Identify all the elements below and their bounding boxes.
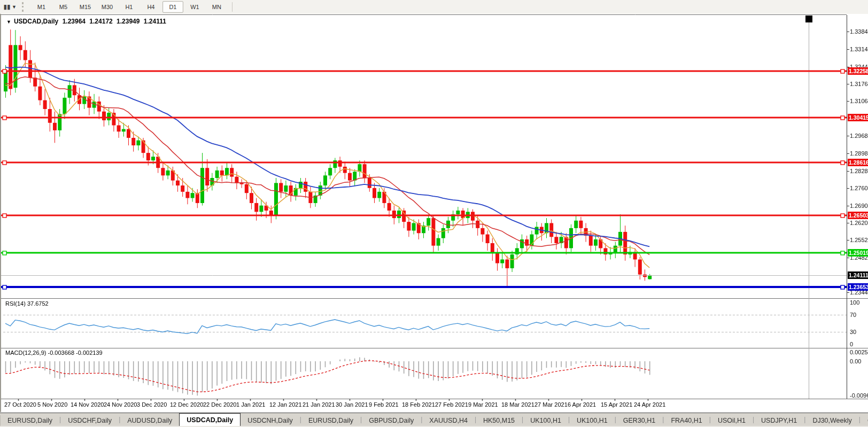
timeframe-button-w1[interactable]: W1 bbox=[184, 1, 205, 13]
price-level-label-1-25019[interactable]: 1.25019 bbox=[848, 249, 868, 257]
chart-symbol-label: USDCAD,Daily bbox=[14, 18, 58, 25]
chart-tab-audusd-daily[interactable]: AUDUSD,Daily bbox=[120, 415, 179, 426]
price-level-label-1-23653[interactable]: 1.23653 bbox=[848, 283, 868, 291]
date-axis-label: 12 Jan 2021 bbox=[269, 401, 302, 408]
price-axis-tick: 1.29680 bbox=[850, 133, 868, 139]
price-axis-tick: 1.26200 bbox=[850, 220, 868, 226]
date-axis-label: 27 Mar 2021 bbox=[534, 401, 568, 408]
macd-axis-label: -0.00968 bbox=[850, 392, 868, 399]
ohlc-low: 1.23949 bbox=[117, 18, 140, 25]
date-axis-label: 14 Nov 2020 bbox=[71, 401, 104, 408]
chart-tab-eurusd-daily[interactable]: EURUSD,Daily bbox=[301, 415, 360, 426]
timeframe-button-m5[interactable]: M5 bbox=[53, 1, 74, 13]
price-level-label-1-32258[interactable]: 1.32258 bbox=[848, 67, 868, 75]
timeframe-toolbar: ▮▮ ▼ M1M5M15M30H1H4D1W1MN bbox=[0, 0, 868, 14]
date-axis-label: 18 Mar 2021 bbox=[501, 401, 534, 408]
price-level-label-1-26503[interactable]: 1.26503 bbox=[848, 212, 868, 219]
timeframe-button-mn[interactable]: MN bbox=[206, 1, 227, 13]
date-axis-label: 15 Apr 2021 bbox=[601, 401, 632, 408]
ohlc-close: 1.24111 bbox=[144, 18, 166, 25]
price-axis-tick: 1.25520 bbox=[850, 237, 868, 243]
current-price-label: 1.24111 bbox=[848, 271, 868, 279]
ohlc-high: 1.24172 bbox=[89, 18, 112, 25]
chart-tab-gbpusd-daily[interactable]: GBPUSD,Daily bbox=[362, 415, 421, 426]
timeframe-button-h1[interactable]: H1 bbox=[119, 1, 140, 13]
date-axis-label: 30 Jan 2021 bbox=[336, 401, 368, 408]
date-axis-label: 3 Dec 2020 bbox=[137, 401, 167, 408]
chart-tab-eurusd-daily[interactable]: EURUSD,Daily bbox=[1, 415, 59, 426]
date-axis-label: 27 Feb 2021 bbox=[435, 401, 468, 408]
price-axis-tick: 1.26900 bbox=[850, 203, 868, 209]
chart-tab-ger30-h1[interactable]: GER30,H1 bbox=[616, 415, 662, 426]
rsi-axis-label: 30 bbox=[850, 329, 856, 335]
chart-tab-uk100-h1[interactable]: UK100,H1 bbox=[523, 415, 568, 426]
date-axis-label: 9 Mar 2021 bbox=[468, 401, 498, 408]
price-axis-tick: 1.28280 bbox=[850, 168, 868, 174]
timeframe-buttons-group: M1M5M15M30H1H4D1W1MN bbox=[30, 1, 228, 13]
toolbar-separator bbox=[232, 2, 232, 12]
rsi-axis-label: 100 bbox=[850, 299, 859, 306]
timeframe-button-m15[interactable]: M15 bbox=[75, 1, 96, 13]
chart-tab-china300-h1[interactable]: CHINA300,H1 bbox=[861, 415, 868, 426]
date-axis-label: 22 Dec 2020 bbox=[203, 401, 236, 408]
price-axis-tick: 1.28980 bbox=[850, 150, 868, 157]
date-axis-label: 1 Jan 2021 bbox=[236, 401, 265, 408]
rsi-indicator-header[interactable]: RSI(14) 37.6752 bbox=[5, 300, 49, 307]
chart-tab-usdjpy-h1[interactable]: USDJPY,H1 bbox=[754, 415, 804, 426]
price-level-label-1-28616[interactable]: 1.28616 bbox=[848, 159, 868, 166]
date-axis-label: 6 Apr 2021 bbox=[568, 401, 596, 408]
date-axis[interactable]: 27 Oct 20205 Nov 202014 Nov 202024 Nov 2… bbox=[0, 401, 868, 411]
timeframe-button-m1[interactable]: M1 bbox=[31, 1, 52, 13]
chart-tab-usdcnh-daily[interactable]: USDCNH,Daily bbox=[241, 415, 300, 426]
date-axis-label: 12 Dec 2020 bbox=[170, 401, 203, 408]
date-axis-label: 24 Nov 2020 bbox=[104, 401, 137, 408]
toolbar-grip-handle[interactable] bbox=[22, 2, 27, 12]
date-axis-label: 27 Oct 2020 bbox=[4, 401, 36, 408]
chart-tab-uk100-h1[interactable]: UK100,H1 bbox=[570, 415, 615, 426]
chart-canvas[interactable] bbox=[1, 14, 868, 412]
macd-axis-label: 0.00 bbox=[850, 358, 861, 364]
macd-axis-label: 0.00258 bbox=[850, 349, 868, 355]
price-axis-tick: 1.33840 bbox=[850, 28, 868, 35]
date-axis-label: 5 Nov 2020 bbox=[37, 401, 67, 408]
chart-tab-fra40-h1[interactable]: FRA40,H1 bbox=[664, 415, 709, 426]
chart-tab-usoil-h1[interactable]: USOil,H1 bbox=[711, 415, 753, 426]
chart-tab-hk50-m15[interactable]: HK50,M15 bbox=[476, 415, 522, 426]
chart-tab-usdcad-daily[interactable]: USDCAD,Daily bbox=[179, 413, 241, 426]
macd-indicator-header[interactable]: MACD(12,26,9) -0.003668 -0.002139 bbox=[5, 350, 103, 356]
rsi-axis-label: 70 bbox=[850, 312, 856, 318]
timeframe-button-m30[interactable]: M30 bbox=[97, 1, 118, 13]
date-axis-label: 9 Feb 2021 bbox=[369, 401, 399, 408]
date-axis-label: 18 Feb 2021 bbox=[402, 401, 435, 408]
price-axis-tick: 1.33140 bbox=[850, 46, 868, 52]
price-axis-tick: 1.31060 bbox=[850, 98, 868, 104]
chart-title[interactable]: ▼USDCAD,Daily 1.23964 1.24172 1.23949 1.… bbox=[6, 18, 168, 25]
chart-window: ▼USDCAD,Daily 1.23964 1.24172 1.23949 1.… bbox=[0, 14, 868, 412]
chart-tab-dj30-weekly[interactable]: DJ30,Weekly bbox=[805, 415, 858, 426]
collapse-caret-icon[interactable]: ▼ bbox=[6, 19, 11, 25]
chart-tab-bar: EURUSD,Daily|USDCHF,Daily|AUDUSD,DailyUS… bbox=[0, 413, 868, 426]
mt4-application-window: ▮▮ ▼ M1M5M15M30H1H4D1W1MN ▼USDCAD,Daily … bbox=[0, 0, 868, 427]
date-axis-label: 21 Jan 2021 bbox=[303, 401, 335, 408]
price-axis-tick: 1.31760 bbox=[850, 81, 868, 87]
date-axis-label: 24 Apr 2021 bbox=[634, 401, 665, 408]
price-axis-tick: 1.27600 bbox=[850, 185, 868, 191]
timeframe-button-d1[interactable]: D1 bbox=[162, 1, 183, 13]
timeframe-button-h4[interactable]: H4 bbox=[141, 1, 161, 13]
price-level-label-1-30415[interactable]: 1.30415 bbox=[848, 114, 868, 121]
chevron-down-icon[interactable]: ▼ bbox=[12, 4, 17, 10]
chart-tab-usdchf-daily[interactable]: USDCHF,Daily bbox=[61, 415, 119, 426]
chart-tab-xauusd-h4[interactable]: XAUUSD,H4 bbox=[422, 415, 475, 426]
ohlc-open: 1.23964 bbox=[63, 18, 86, 25]
rsi-axis-label: 0 bbox=[850, 341, 853, 347]
